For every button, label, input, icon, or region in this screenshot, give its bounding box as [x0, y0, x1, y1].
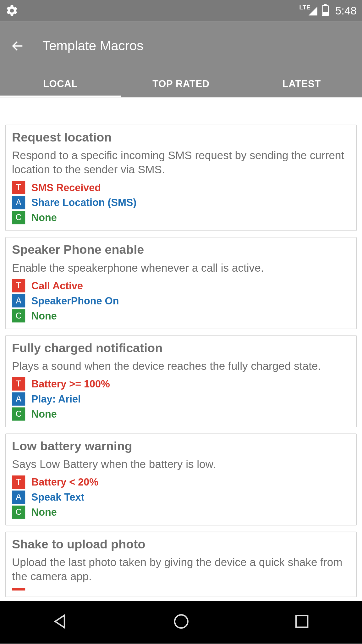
action-row: APlay: Ariel — [12, 392, 350, 406]
macro-card[interactable]: Fully charged notification Plays a sound… — [5, 335, 357, 427]
constraint-row: CNone — [12, 407, 350, 420]
macro-desc: Plays a sound when the device reaches th… — [12, 359, 350, 373]
macro-title: Fully charged notification — [12, 341, 350, 355]
action-row: AShare Location (SMS) — [12, 196, 350, 209]
tab-label: TOP RATED — [152, 78, 210, 90]
trigger-value: Battery >= 100% — [31, 378, 110, 390]
tab-latest[interactable]: LATEST — [241, 71, 362, 97]
macro-card[interactable]: Low battery warning Says Low Battery whe… — [5, 433, 357, 525]
macro-card[interactable]: Request location Respond to a specific i… — [5, 125, 357, 231]
macro-card[interactable]: Speaker Phone enable Enable the speakerp… — [5, 237, 357, 329]
action-row: ASpeakerPhone On — [12, 294, 350, 307]
trigger-badge — [12, 588, 25, 590]
constraint-badge: C — [12, 407, 25, 420]
trigger-row: TSMS Received — [12, 181, 350, 194]
action-value: Speak Text — [31, 491, 84, 503]
tab-bar: LOCAL TOP RATED LATEST — [0, 71, 362, 97]
nav-home-icon[interactable] — [172, 612, 190, 633]
action-badge: A — [12, 491, 25, 504]
trigger-badge: T — [12, 279, 25, 292]
back-icon[interactable] — [11, 39, 25, 53]
gear-icon — [5, 4, 19, 17]
macro-title: Speaker Phone enable — [12, 243, 350, 257]
tab-label: LATEST — [282, 78, 321, 90]
constraint-value: None — [31, 310, 57, 322]
tab-top-rated[interactable]: TOP RATED — [121, 71, 241, 97]
macro-title: Request location — [12, 130, 350, 145]
trigger-row: TBattery < 20% — [12, 475, 350, 489]
action-badge: A — [12, 294, 25, 307]
constraint-value: None — [31, 506, 57, 518]
constraint-row: CNone — [12, 506, 350, 519]
status-bar: LTE 51 5:48 — [0, 0, 362, 21]
app-bar: Template Macros LOCAL TOP RATED LATEST — [0, 21, 362, 97]
action-value: Play: Ariel — [31, 393, 81, 405]
nav-bar — [0, 601, 362, 644]
macro-title: Shake to upload photo — [12, 537, 350, 552]
constraint-row: CNone — [12, 211, 350, 224]
macro-desc: Says Low Battery when the battery is low… — [12, 457, 350, 471]
signal-icon — [309, 7, 317, 15]
nav-recent-icon[interactable] — [292, 612, 311, 633]
battery-icon: 51 — [322, 5, 329, 16]
tab-label: LOCAL — [43, 78, 78, 90]
trigger-badge: T — [12, 377, 25, 391]
action-badge: A — [12, 196, 25, 209]
macro-list: Request location Respond to a specific i… — [0, 120, 362, 601]
constraint-badge: C — [12, 211, 25, 224]
constraint-badge: C — [12, 309, 25, 322]
action-value: SpeakerPhone On — [31, 295, 119, 307]
svg-rect-1 — [296, 616, 308, 627]
trigger-row: TCall Active — [12, 279, 350, 292]
tab-local[interactable]: LOCAL — [0, 71, 121, 97]
trigger-value: Battery < 20% — [31, 476, 98, 488]
constraint-value: None — [31, 212, 57, 224]
action-value: Share Location (SMS) — [31, 197, 136, 208]
macro-title: Low battery warning — [12, 439, 350, 453]
page-title: Template Macros — [42, 38, 143, 53]
constraint-value: None — [31, 408, 57, 420]
trigger-value: Call Active — [31, 280, 83, 292]
svg-point-0 — [174, 615, 188, 628]
clock: 5:48 — [335, 4, 357, 17]
constraint-badge: C — [12, 506, 25, 519]
nav-back-icon[interactable] — [51, 612, 69, 633]
macro-desc: Enable the speakerphone whenever a call … — [12, 260, 350, 275]
action-badge: A — [12, 392, 25, 406]
macro-desc: Respond to a specific incoming SMS reque… — [12, 148, 350, 176]
constraint-row: CNone — [12, 309, 350, 322]
action-row: ASpeak Text — [12, 491, 350, 504]
trigger-row: TBattery >= 100% — [12, 377, 350, 391]
trigger-value: SMS Received — [31, 181, 101, 193]
trigger-row — [12, 588, 350, 590]
macro-desc: Upload the last photo taken by giving th… — [12, 555, 350, 583]
trigger-badge: T — [12, 181, 25, 194]
macro-card[interactable]: Shake to upload photo Upload the last ph… — [5, 532, 357, 597]
trigger-badge: T — [12, 475, 25, 489]
